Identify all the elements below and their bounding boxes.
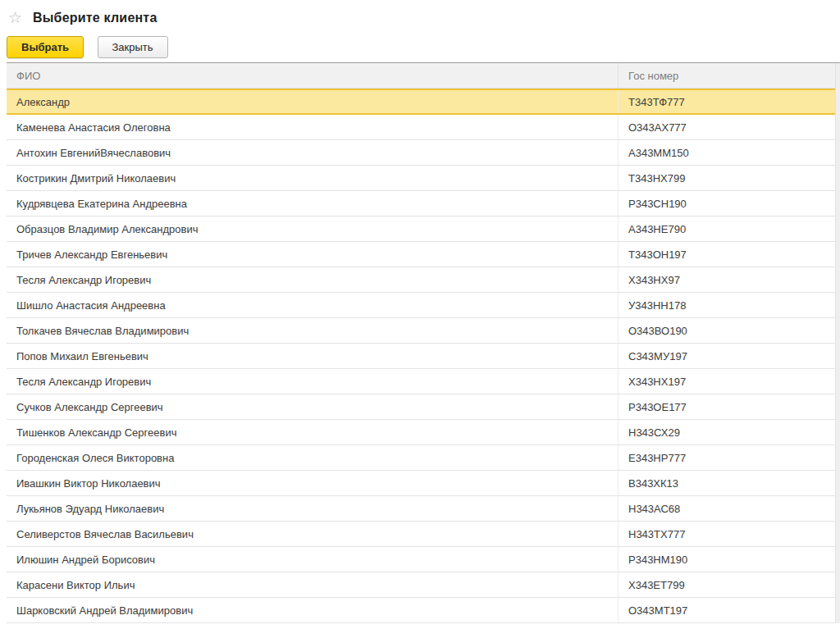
client-name-cell[interactable]: Карасени Виктор Ильич — [7, 572, 619, 597]
plate-number-cell[interactable]: В343ХК13 — [619, 477, 840, 490]
table-row[interactable]: Тесля Александр ИгоревичХ343НХ97 — [7, 267, 840, 293]
plate-number-cell[interactable]: Х343НХ97 — [619, 274, 840, 286]
table-row[interactable]: Ивашкин Виктор НиколаевичВ343ХК13 — [7, 471, 840, 496]
plate-number-cell[interactable]: Н343ТХ777 — [619, 528, 840, 540]
table-row[interactable]: Карасени Виктор ИльичХ343ЕТ799 — [7, 572, 840, 598]
table-header-row: ФИО Гос номер — [7, 63, 840, 89]
client-name-cell[interactable]: Ивашкин Виктор Николаевич — [7, 471, 619, 495]
table-row[interactable]: Городенская Олеся ВикторовнаЕ343НР777 — [7, 445, 840, 471]
client-name-cell[interactable]: Лукьянов Эдуард Николаевич — [7, 496, 619, 521]
plate-number-cell[interactable]: Т343ТФ777 — [619, 96, 840, 108]
plate-number-cell[interactable]: Н343СХ29 — [619, 426, 840, 439]
client-name-cell[interactable]: Кострикин Дмитрий Николаевич — [7, 166, 619, 190]
plate-number-cell[interactable]: Р343НМ190 — [619, 554, 840, 566]
plate-number-cell[interactable]: Т343НХ799 — [619, 172, 840, 185]
client-name-cell[interactable]: Александр — [7, 90, 619, 113]
favorite-star-icon[interactable]: ☆ — [8, 10, 26, 25]
client-name-cell[interactable]: Кудрявцева Екатерина Андреевна — [7, 191, 619, 216]
table-body: АлександрТ343ТФ777Каменева Анастасия Оле… — [7, 89, 840, 623]
table-row[interactable]: Толкачев Вячеслав ВладимировичО343ВО190 — [7, 318, 840, 344]
vertical-scrollbar[interactable] — [835, 63, 840, 623]
client-picker-window: ☆ Выберите клиента Выбрать Закрыть ФИО Г… — [0, 0, 840, 623]
table-row[interactable]: Тишенков Александр СергеевичН343СХ29 — [7, 420, 840, 445]
client-name-cell[interactable]: Шарковский Андрей Владимирович — [7, 598, 619, 622]
client-name-cell[interactable]: Селиверстов Вячеслав Васильевич — [7, 522, 619, 546]
plate-number-cell[interactable]: У343НН178 — [619, 299, 840, 312]
toolbar: Выбрать Закрыть — [0, 28, 840, 62]
client-name-cell[interactable]: Тесля Александр Игоревич — [7, 267, 619, 292]
select-button[interactable]: Выбрать — [7, 36, 84, 58]
client-name-cell[interactable]: Тричев Александр Евгеньевич — [7, 242, 619, 267]
plate-number-cell[interactable]: Р343ОЕ177 — [619, 401, 840, 413]
page-title: Выберите клиента — [33, 11, 158, 25]
client-name-cell[interactable]: Тишенков Александр Сергеевич — [7, 420, 619, 444]
close-button[interactable]: Закрыть — [98, 36, 168, 58]
plate-number-cell[interactable]: О343МТ197 — [619, 604, 840, 617]
client-name-cell[interactable]: Образцов Владимир Александрович — [7, 217, 619, 241]
table-row[interactable]: Шишло Анастасия АндреевнаУ343НН178 — [7, 293, 840, 318]
table-row[interactable]: Тесля Александр ИгоревичХ343НХ197 — [7, 369, 840, 394]
table-row[interactable]: Кудрявцева Екатерина АндреевнаР343СН190 — [7, 191, 840, 217]
table-row[interactable]: Образцов Владимир АлександровичА343НЕ790 — [7, 217, 840, 242]
client-name-cell[interactable]: Шишло Анастасия Андреевна — [7, 293, 619, 317]
plate-number-cell[interactable]: Х343ЕТ799 — [619, 579, 840, 591]
table-row[interactable]: Лукьянов Эдуард НиколаевичН343АС68 — [7, 496, 840, 522]
client-name-cell[interactable]: Городенская Олеся Викторовна — [7, 445, 619, 470]
table-row[interactable]: Шарковский Андрей ВладимировичО343МТ197 — [7, 598, 840, 623]
column-header-gos-nomer[interactable]: Гос номер — [619, 70, 840, 82]
table-row[interactable]: Кострикин Дмитрий НиколаевичТ343НХ799 — [7, 166, 840, 191]
plate-number-cell[interactable]: О343АХ777 — [619, 121, 840, 134]
column-header-fio[interactable]: ФИО — [7, 63, 619, 88]
client-name-cell[interactable]: Антохин ЕвгенийВячеславович — [7, 140, 619, 165]
table-row[interactable]: Попов Михаил ЕвгеньевичС343МУ197 — [7, 344, 840, 369]
plate-number-cell[interactable]: Т343ОН197 — [619, 248, 840, 261]
plate-number-cell[interactable]: О343ВО190 — [619, 325, 840, 337]
table-row[interactable]: АлександрТ343ТФ777 — [7, 89, 840, 115]
plate-number-cell[interactable]: Х343НХ197 — [619, 376, 840, 388]
table-row[interactable]: Каменева Анастасия ОлеговнаО343АХ777 — [7, 115, 840, 140]
clients-table: ФИО Гос номер АлександрТ343ТФ777Каменева… — [7, 62, 840, 623]
table-row[interactable]: Сучков Александр СергеевичР343ОЕ177 — [7, 394, 840, 420]
plate-number-cell[interactable]: Н343АС68 — [619, 503, 840, 515]
plate-number-cell[interactable]: А343ММ150 — [619, 147, 840, 159]
plate-number-cell[interactable]: С343МУ197 — [619, 350, 840, 362]
client-name-cell[interactable]: Илюшин Андрей Борисович — [7, 547, 619, 572]
client-name-cell[interactable]: Толкачев Вячеслав Владимирович — [7, 318, 619, 343]
plate-number-cell[interactable]: Е343НР777 — [619, 452, 840, 464]
client-name-cell[interactable]: Попов Михаил Евгеньевич — [7, 344, 619, 368]
plate-number-cell[interactable]: Р343СН190 — [619, 198, 840, 210]
plate-number-cell[interactable]: А343НЕ790 — [619, 223, 840, 235]
table-row[interactable]: Антохин ЕвгенийВячеславовичА343ММ150 — [7, 140, 840, 166]
table-row[interactable]: Илюшин Андрей БорисовичР343НМ190 — [7, 547, 840, 572]
titlebar: ☆ Выберите клиента — [0, 0, 840, 28]
client-name-cell[interactable]: Каменева Анастасия Олеговна — [7, 115, 619, 139]
table-row[interactable]: Селиверстов Вячеслав ВасильевичН343ТХ777 — [7, 522, 840, 547]
client-name-cell[interactable]: Сучков Александр Сергеевич — [7, 394, 619, 419]
table-row[interactable]: Тричев Александр ЕвгеньевичТ343ОН197 — [7, 242, 840, 267]
client-name-cell[interactable]: Тесля Александр Игоревич — [7, 369, 619, 394]
